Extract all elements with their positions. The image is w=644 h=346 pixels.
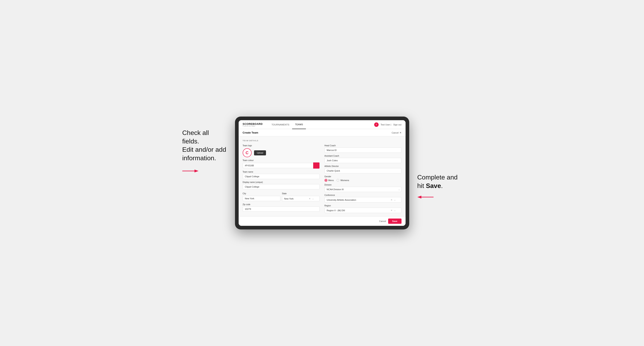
gender-womens-radio[interactable]: [336, 179, 339, 182]
athletic-dir-label: Athletic Director: [324, 165, 402, 167]
athletic-dir-field: Athletic Director: [324, 165, 402, 173]
head-coach-label: Head Coach: [324, 145, 402, 147]
nav-item-tournaments[interactable]: TOURNAMENTS: [268, 120, 292, 129]
team-colour-input[interactable]: [243, 163, 313, 168]
signout-link[interactable]: Sign out: [393, 123, 401, 126]
city-state-field: City State New York × ⌄: [243, 191, 320, 201]
form-right: Head Coach Assistant Coach Athletic Dire…: [324, 145, 402, 213]
conference-label: Conference: [324, 194, 402, 196]
team-logo-field: Team logo C Upload: [243, 145, 320, 157]
conference-select[interactable]: University Athletic Association × ⌄: [324, 197, 402, 202]
state-value: New York: [284, 197, 294, 200]
team-colour-input-row: [243, 162, 320, 169]
city-state-row: City State New York × ⌄: [243, 191, 320, 201]
save-button[interactable]: Save: [388, 218, 402, 224]
upload-button[interactable]: Upload: [254, 150, 266, 155]
annotation-line3: information.: [182, 154, 216, 162]
region-field: Region Region II - (M) DIII × ⌄: [324, 204, 402, 213]
annotation-line2: Edit and/or add: [182, 146, 226, 153]
head-coach-field: Head Coach: [324, 145, 402, 153]
display-name-label: Display name (unique): [243, 181, 320, 183]
right-arrow-icon: [417, 194, 434, 200]
city-label: City: [243, 192, 246, 195]
conference-chevron-icon: ⌄: [394, 199, 396, 201]
tablet-screen: SCOREBOARD Powered by clippd TOURNAMENTS…: [239, 120, 406, 226]
tablet-frame: SCOREBOARD Powered by clippd TOURNAMENTS…: [235, 117, 409, 229]
navbar-right: T Test User | Sign out: [374, 122, 402, 127]
page-title: Create Team: [243, 131, 258, 134]
user-avatar: T: [374, 122, 378, 127]
conference-value: University Athletic Association: [327, 199, 356, 201]
gender-womens-label: Womens: [340, 179, 349, 181]
asst-coach-label: Assistant Coach: [324, 155, 402, 157]
state-group: State New York × ⌄: [282, 191, 320, 201]
nav-bar: TOURNAMENTS TEAMS: [268, 120, 306, 129]
cancel-header-label: Cancel: [392, 132, 398, 134]
team-name-label: Team name: [243, 171, 320, 173]
team-logo-area: C Upload: [243, 148, 320, 157]
zip-input[interactable]: [243, 206, 320, 212]
left-arrow-icon: [182, 168, 198, 174]
team-name-field: Team name: [243, 171, 320, 179]
user-label: Test User |: [381, 123, 391, 126]
team-name-input[interactable]: [243, 174, 320, 179]
state-chevron-icon: ⌄: [312, 197, 314, 200]
state-label: State: [282, 192, 287, 195]
form-grid: Team logo C Upload Team colour: [243, 145, 402, 213]
zip-label: Zip code: [243, 203, 320, 205]
cancel-header-icon: ✕: [400, 131, 402, 134]
svg-marker-3: [417, 196, 421, 198]
gender-mens-label: Mens: [328, 179, 334, 181]
state-select[interactable]: New York × ⌄: [282, 196, 320, 201]
city-group: City: [243, 191, 280, 201]
head-coach-input[interactable]: [324, 148, 402, 153]
region-chevron-icon: ⌄: [394, 209, 396, 211]
city-input[interactable]: [243, 196, 280, 201]
gender-womens-option[interactable]: Womens: [336, 179, 349, 182]
division-field: Division NCAA Division III ⌄: [324, 184, 402, 192]
annotation-right-bold: Save: [426, 182, 441, 189]
region-clear-icon[interactable]: ×: [391, 209, 392, 212]
athletic-dir-input[interactable]: [324, 168, 402, 173]
division-select[interactable]: NCAA Division III: [324, 187, 402, 192]
form-footer: Cancel Save: [239, 216, 406, 226]
annotation-right-line1: Complete and: [417, 173, 458, 181]
asst-coach-field: Assistant Coach: [324, 155, 402, 163]
region-label: Region: [324, 204, 402, 207]
zip-code-field: Zip code: [243, 203, 320, 212]
division-label: Division: [324, 184, 402, 186]
region-select[interactable]: Region II - (M) DIII × ⌄: [324, 208, 402, 213]
gender-radio-group: Mens Womens: [324, 179, 402, 182]
display-name-input[interactable]: [243, 184, 320, 189]
asst-coach-input[interactable]: [324, 158, 402, 163]
team-logo-label: Team logo: [243, 145, 320, 147]
annotation-left: Check all fields. Edit and/or add inform…: [182, 117, 227, 174]
annotation-line1: Check all fields.: [182, 129, 209, 145]
nav-item-teams[interactable]: TEAMS: [292, 120, 306, 129]
team-colour-swatch[interactable]: [313, 162, 320, 169]
conference-clear-icon[interactable]: ×: [391, 198, 392, 201]
gender-mens-option[interactable]: Mens: [324, 179, 334, 182]
region-value: Region II - (M) DIII: [327, 209, 345, 212]
conference-field: Conference University Athletic Associati…: [324, 194, 402, 202]
form-left: Team logo C Upload Team colour: [243, 145, 320, 213]
navbar: SCOREBOARD Powered by clippd TOURNAMENTS…: [239, 120, 406, 129]
annotation-right-line2: hit: [417, 182, 426, 189]
gender-mens-radio[interactable]: [324, 179, 327, 182]
cancel-header-button[interactable]: Cancel ✕: [392, 131, 401, 134]
section-header: TEAM DETAILS: [243, 140, 402, 142]
svg-marker-1: [194, 170, 198, 173]
division-select-wrapper: NCAA Division III ⌄: [324, 187, 402, 192]
brand-sub: Powered by clippd: [243, 125, 263, 127]
team-colour-label: Team colour: [243, 159, 320, 162]
display-name-field: Display name (unique): [243, 181, 320, 189]
team-logo-circle: C: [243, 148, 252, 157]
cancel-button[interactable]: Cancel: [379, 220, 386, 222]
content-area: TEAM DETAILS Team logo C Upload: [239, 136, 406, 216]
gender-field: Gender Mens Womens: [324, 175, 402, 182]
annotation-right: Complete and hit Save.: [417, 117, 462, 200]
state-clear-icon[interactable]: ×: [309, 197, 310, 200]
brand: SCOREBOARD Powered by clippd: [243, 123, 263, 127]
page-header: Create Team Cancel ✕: [239, 129, 406, 136]
annotation-right-line3: .: [441, 182, 443, 189]
